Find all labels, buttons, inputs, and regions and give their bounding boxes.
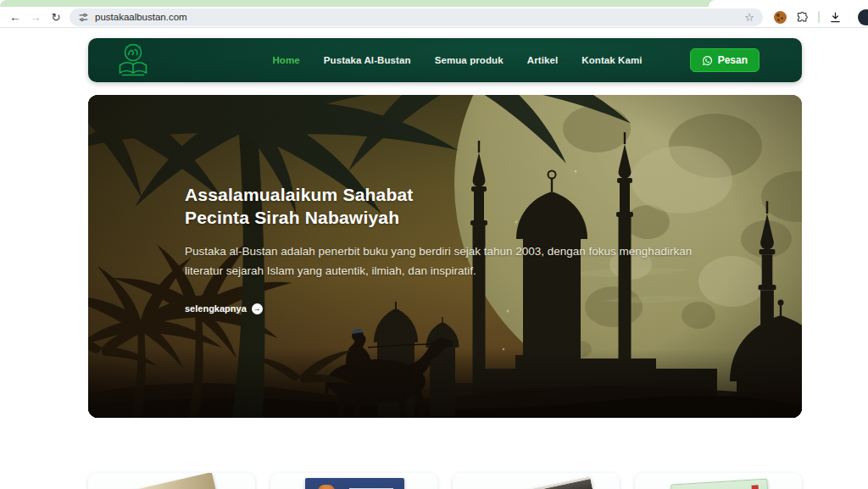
- web-page: Home Pustaka Al-Bustan Semua produk Arti…: [0, 29, 868, 489]
- selengkapnya-link[interactable]: selengkapnya →: [185, 303, 263, 314]
- product-card-3[interactable]: [453, 473, 620, 489]
- nav-item-artikel[interactable]: Artikel: [527, 55, 559, 65]
- product-card-1[interactable]: [88, 473, 255, 489]
- address-bar[interactable]: pustakaalbustan.com ☆: [70, 8, 763, 26]
- nav-item-kontak-kami[interactable]: Kontak Kami: [581, 55, 642, 65]
- product-card-2[interactable]: [270, 473, 437, 489]
- toolbar-right-group: [774, 11, 842, 24]
- profile-avatar[interactable]: [858, 9, 868, 25]
- cookie-extension-icon[interactable]: [774, 11, 787, 24]
- book-cover-dark: [474, 476, 601, 489]
- download-icon[interactable]: [829, 11, 842, 24]
- hero-banner: Assalamualaikum Sahabat Pecinta Sirah Na…: [88, 95, 802, 418]
- url-text: pustakaalbustan.com: [95, 12, 187, 22]
- product-card-row: [88, 473, 802, 489]
- extensions-puzzle-icon[interactable]: [796, 11, 809, 24]
- forward-button[interactable]: →: [25, 8, 46, 26]
- back-button[interactable]: ←: [5, 8, 25, 26]
- browser-toolbar: ← → ↻ pustakaalbustan.com ☆: [0, 7, 868, 28]
- arrow-right-circle-icon: →: [252, 303, 263, 314]
- bookmark-star-icon[interactable]: ☆: [744, 11, 754, 24]
- hero-heading: Assalamualaikum Sahabat Pecinta Sirah Na…: [185, 183, 732, 230]
- logo-book-emblem-icon: [114, 42, 153, 79]
- selengkapnya-label: selengkapnya: [185, 303, 247, 314]
- pesan-button-label: Pesan: [718, 54, 748, 66]
- nav-item-home[interactable]: Home: [272, 55, 299, 65]
- site-logo[interactable]: [114, 42, 153, 79]
- reload-button[interactable]: ↻: [46, 8, 66, 26]
- pesan-button[interactable]: Pesan: [690, 48, 760, 72]
- browser-tab-strip: [0, 0, 868, 7]
- book-cover-green: [670, 479, 770, 489]
- browser-tab-corner: [709, 0, 868, 7]
- book-cover-blue: [305, 478, 404, 489]
- hero-copy: Assalamualaikum Sahabat Pecinta Sirah Na…: [185, 183, 732, 315]
- book-cover-beige: [125, 473, 223, 489]
- site-navbar: Home Pustaka Al-Bustan Semua produk Arti…: [88, 38, 802, 82]
- nav-menu: Home Pustaka Al-Bustan Semua produk Arti…: [272, 55, 642, 65]
- toolbar-divider: [818, 11, 820, 23]
- product-card-4[interactable]: [635, 473, 802, 489]
- nav-item-pustaka-al-bustan[interactable]: Pustaka Al-Bustan: [324, 55, 411, 65]
- site-info-icon[interactable]: [78, 12, 89, 23]
- whatsapp-icon: [702, 55, 713, 66]
- hero-paragraph: Pustaka al-Bustan adalah penerbit buku y…: [185, 242, 727, 281]
- nav-item-semua-produk[interactable]: Semua produk: [435, 55, 504, 65]
